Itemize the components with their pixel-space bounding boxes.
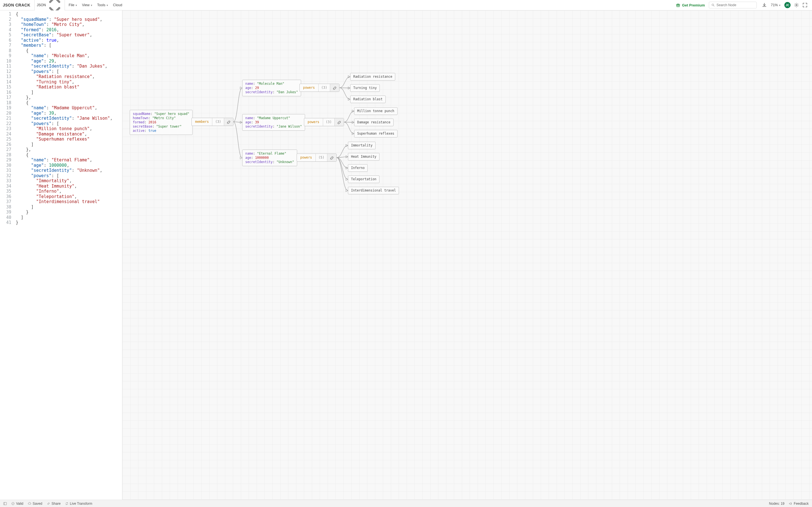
- menu-tools[interactable]: Tools▾: [97, 3, 108, 7]
- chevron-down-icon: ▾: [107, 4, 108, 7]
- graph-array-node[interactable]: powers(3): [299, 83, 340, 92]
- status-nodes: Nodes: 19: [769, 502, 784, 506]
- download-icon[interactable]: [762, 3, 767, 8]
- megaphone-icon: [789, 502, 792, 505]
- svg-point-2: [712, 4, 714, 6]
- graph-array-node[interactable]: powers(3): [304, 118, 344, 126]
- line-gutter: 1234567891011121314151617181920212223242…: [0, 10, 14, 500]
- toolbar: JSON CRACK JSON File▾ View▾ Tools▾ Cloud…: [0, 0, 812, 10]
- chevron-down-icon: ▾: [75, 4, 77, 7]
- graph-leaf-node[interactable]: Turning tiny: [350, 84, 380, 92]
- graph-leaf-node[interactable]: Heat Immunity: [348, 153, 379, 161]
- get-premium-link[interactable]: Get Premium: [676, 3, 705, 7]
- status-share[interactable]: Share: [47, 502, 61, 506]
- status-feedback[interactable]: Feedback: [789, 502, 809, 506]
- chevron-down-icon: ▾: [779, 4, 780, 7]
- logo: JSON CRACK: [3, 3, 31, 7]
- graph-leaf-node[interactable]: Immortality: [348, 142, 375, 149]
- graph-object-node[interactable]: name: "Eternal Flame"age: 1000000secretI…: [242, 150, 297, 166]
- code-editor[interactable]: 1234567891011121314151617181920212223242…: [0, 10, 122, 500]
- format-select-value: JSON: [37, 3, 46, 7]
- graph-object-node[interactable]: squadName: "Super hero squad"homeTown: "…: [130, 110, 193, 135]
- svg-rect-5: [4, 502, 7, 505]
- graph-layer: squadName: "Super hero squad"homeTown: "…: [122, 10, 812, 500]
- panel-icon: [3, 502, 7, 505]
- svg-point-4: [796, 4, 797, 6]
- status-saved: Saved: [28, 502, 42, 506]
- menu-file[interactable]: File▾: [69, 3, 77, 7]
- graph-leaf-node[interactable]: Million tonne punch: [354, 107, 398, 115]
- status-live-transform[interactable]: Live Transform: [65, 502, 92, 506]
- gear-icon[interactable]: [794, 3, 799, 8]
- graph-leaf-node[interactable]: Superhuman reflexes: [354, 130, 398, 137]
- graph-leaf-node[interactable]: Damage resistance: [354, 119, 394, 126]
- search-field[interactable]: [716, 3, 754, 7]
- svg-line-3: [714, 6, 714, 6]
- graph-leaf-node[interactable]: Radiation blast: [350, 96, 386, 103]
- chevron-down-icon: ▾: [91, 4, 92, 7]
- code-area[interactable]: { "squadName": "Super hero squad", "home…: [14, 10, 122, 500]
- graph-array-node[interactable]: powers(5): [297, 154, 337, 162]
- link-icon: [47, 502, 50, 505]
- svg-point-7: [12, 502, 14, 505]
- fullscreen-icon[interactable]: [802, 3, 808, 8]
- graph-leaf-node[interactable]: Inferno: [348, 164, 368, 172]
- gift-icon: [676, 3, 680, 7]
- zoom-control[interactable]: 71%▾: [771, 3, 780, 7]
- check-circle-icon: [11, 502, 15, 505]
- menu-bar: File▾ View▾ Tools▾ Cloud: [69, 3, 122, 7]
- graph-array-node[interactable]: members(3): [192, 118, 234, 126]
- menu-view[interactable]: View▾: [82, 3, 92, 7]
- search-icon: [711, 3, 715, 7]
- search-node-input[interactable]: [709, 2, 757, 8]
- graph-canvas[interactable]: squadName: "Super hero squad"homeTown: "…: [122, 10, 812, 500]
- menu-cloud[interactable]: Cloud: [113, 3, 122, 7]
- refresh-icon: [65, 502, 68, 505]
- status-panel-toggle[interactable]: [3, 502, 7, 505]
- graph-object-node[interactable]: name: "Madame Uppercut"age: 39secretIden…: [242, 114, 305, 131]
- status-valid: Valid: [11, 502, 23, 506]
- graph-leaf-node[interactable]: Teleportation: [348, 175, 379, 183]
- user-avatar[interactable]: JC: [784, 2, 791, 8]
- cloud-icon: [28, 502, 31, 505]
- main-split: 1234567891011121314151617181920212223242…: [0, 10, 812, 500]
- graph-leaf-node[interactable]: Radiation resistance: [350, 73, 395, 80]
- status-bar: Valid Saved Share Live Transform Nodes: …: [0, 500, 812, 507]
- graph-leaf-node[interactable]: Interdimensional travel: [348, 187, 399, 194]
- graph-object-node[interactable]: name: "Molecule Man"age: 29secretIdentit…: [242, 80, 301, 96]
